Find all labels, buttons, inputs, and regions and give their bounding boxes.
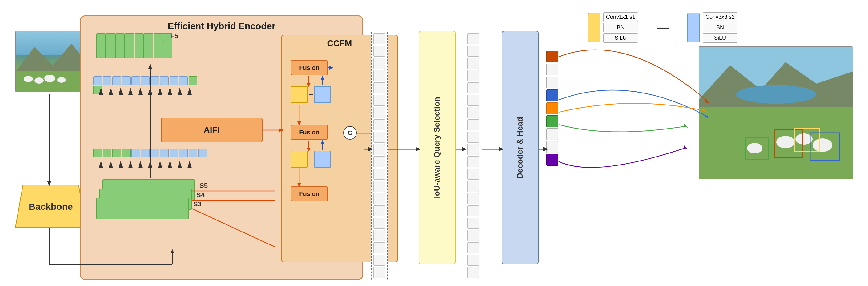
cell-blue (122, 76, 130, 85)
f5-cell (106, 50, 115, 59)
cell-g (103, 148, 112, 157)
curve-blue (559, 90, 708, 117)
decoder-label: Decoder & Head (515, 117, 525, 179)
concat-label: C (348, 130, 352, 137)
up-arrows-svg2 (93, 159, 210, 169)
decoder-box: Decoder & Head (502, 31, 539, 264)
fc2-cell (467, 119, 479, 131)
f5-cell (154, 33, 163, 42)
cell-g (93, 148, 102, 157)
up-arrows-row1 (93, 86, 210, 95)
uparrow8 (168, 87, 172, 95)
fc-cell (373, 230, 385, 241)
fc2-cell (467, 169, 479, 180)
ua5 (138, 161, 143, 168)
uparrow3 (119, 87, 123, 95)
ah5 (321, 140, 324, 144)
fc-cell (373, 132, 385, 143)
fc-cell (373, 267, 385, 278)
backbone-text: Backbone (29, 202, 73, 212)
cell-blue (131, 76, 140, 85)
ua3 (119, 161, 123, 168)
fc2-cell (467, 267, 479, 278)
out-cell-orange (546, 102, 558, 114)
cell-b (179, 148, 188, 157)
ua4 (128, 161, 133, 168)
fc-cell (373, 33, 385, 44)
ua7 (158, 161, 162, 168)
out-sheep3 (813, 138, 832, 152)
f5-cell (96, 33, 105, 42)
aifi-box: AIFI (161, 118, 262, 142)
f5-cell (154, 50, 163, 59)
f5-grid (96, 33, 178, 57)
fc-cell (373, 218, 385, 229)
cell-blue (179, 76, 188, 85)
output-color-col (546, 51, 558, 166)
legend-item-conv3x3: Conv3x3 s2 BN SiLU (687, 12, 738, 43)
fusion-label-2: Fusion (299, 129, 319, 136)
diagram-wrapper: Backbone Efficient Hybrid Encoder (9, 6, 859, 280)
f5-cell (163, 41, 173, 50)
encoder-box: Efficient Hybrid Encoder F5 (80, 15, 363, 280)
fc2-cell (467, 33, 479, 44)
yellow-sq-1 (291, 86, 308, 103)
s5-label: S5 (199, 182, 208, 190)
yellow-sq-2 (291, 151, 308, 168)
main-container: Backbone Efficient Hybrid Encoder (0, 0, 868, 286)
out-cell-1 (546, 64, 558, 75)
fc2-cell (467, 144, 479, 155)
legend-bn-2: BN (703, 23, 738, 32)
sheep4 (57, 77, 66, 83)
ah-green (684, 124, 688, 128)
backbone-svg: Backbone (16, 184, 86, 227)
cell-b (131, 148, 140, 157)
fc2-cell (467, 242, 479, 253)
legend-area: Conv1x1 s1 BN SiLU — Conv3x3 s2 BN SiLU (588, 12, 738, 43)
fc2-cell (467, 181, 479, 192)
blue-sq-2 (314, 151, 331, 168)
legend-silu-1: SiLU (603, 33, 638, 43)
uparrow2 (108, 87, 113, 95)
uparrow9 (178, 87, 182, 95)
fc2-cell (467, 95, 479, 106)
fc2-cell (467, 255, 479, 266)
legend-desc-col-1: Conv1x1 s1 BN SiLU (603, 12, 638, 43)
concat-circle: C (343, 126, 357, 140)
cell-b (141, 148, 150, 157)
ua9 (178, 161, 182, 168)
uparrow10 (187, 87, 192, 95)
fc2-cell (467, 230, 479, 241)
f5-cell (106, 33, 115, 42)
fc-cell (373, 156, 385, 167)
sheep1 (24, 76, 33, 82)
fc2-cell (467, 156, 479, 167)
f5-cell (154, 41, 163, 50)
curve-purple (559, 148, 686, 168)
s3-label: S3 (193, 200, 202, 208)
legend-dash: — (656, 21, 669, 34)
cell-b (189, 148, 197, 157)
encoder-title: Efficient Hybrid Encoder (84, 21, 359, 31)
out-cell-blue (546, 90, 558, 101)
out-sheep1 (776, 136, 795, 148)
f5-label: F5 (170, 32, 178, 40)
output-image (699, 46, 852, 178)
f5-cell (96, 41, 105, 50)
uparrow5 (138, 87, 143, 95)
out-cell-green (546, 115, 558, 127)
cell-green (189, 76, 197, 85)
ah2 (321, 75, 324, 80)
curve-brown (559, 50, 708, 102)
cell-b (198, 148, 207, 157)
f5-cell (144, 33, 153, 42)
f5-cell (134, 33, 144, 42)
cell-blue (103, 76, 112, 85)
ah-s5 (148, 64, 152, 69)
fc2-cell (467, 70, 479, 81)
s3-to-fusion3 (192, 209, 275, 247)
legend-silu-2: SiLU (703, 33, 738, 43)
fc2-cell (467, 82, 479, 94)
out-water (736, 85, 816, 104)
legend-color-yellow (588, 13, 600, 42)
